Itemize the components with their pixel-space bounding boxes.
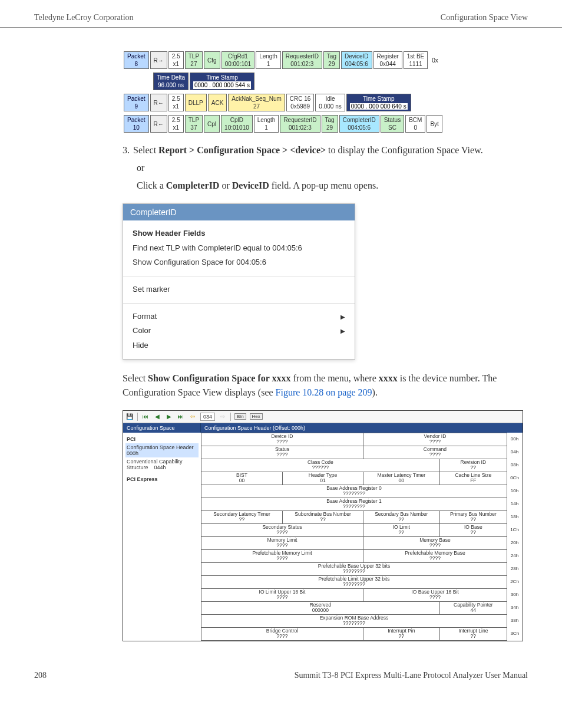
register-cell[interactable]: Header Type01 [283, 472, 363, 485]
offset-label: 04h [507, 446, 523, 459]
packet-row-9: Packet9 R← 2.5x1 DLLP ACK AckNak_Seq_Num… [123, 94, 412, 111]
register-cell[interactable]: Base Address Register 0???????? [201, 485, 507, 498]
sidebar-conventional-capability[interactable]: Conventional Capability Structure 044h [125, 457, 199, 472]
register-cell[interactable]: Prefetchable Limit Upper 32 bits???????? [201, 575, 507, 588]
step-number: 3. [123, 143, 133, 157]
cfg-main-header: Configuration Space Header (Offset: 000h… [201, 423, 523, 433]
register-cell[interactable]: Reserved000000 [201, 601, 440, 614]
popup-title: CompleterID [123, 204, 355, 220]
first-icon[interactable]: ⏮ [141, 413, 150, 421]
register-cell[interactable]: Secondary Latency Timer?? [201, 510, 283, 523]
cfg-toolbar: 💾 ⏮ ◀ ▶ ⏭ ⇦ 034 ⇨ Bin Hex [123, 411, 523, 423]
bin-button[interactable]: Bin [234, 413, 246, 420]
page-header: Teledyne LeCroy Corporation Configuratio… [0, 0, 562, 28]
address-field[interactable]: 034 [200, 413, 215, 421]
register-cell[interactable]: Master Latency Timer00 [363, 472, 439, 485]
register-cell[interactable]: IO Base?? [439, 523, 507, 536]
offset-label: 18h [507, 510, 523, 523]
sidebar-cfg-space-header[interactable]: Configuration Space Header 000h [125, 443, 199, 457]
register-cell[interactable]: Capability Pointer44 [439, 601, 507, 614]
sidebar-pci[interactable]: PCI [125, 435, 199, 443]
register-cell[interactable]: Interrupt Line?? [439, 627, 507, 640]
popup-find-next[interactable]: Find next TLP with CompleterID equal to … [133, 241, 345, 256]
next-icon[interactable]: ▶ [165, 413, 173, 421]
offset-label: 28h [507, 562, 523, 575]
goto-icon[interactable]: ⇦ [189, 413, 197, 421]
header-right: Configuration Space View [441, 13, 528, 22]
save-icon[interactable]: 💾 [125, 413, 134, 421]
page-number: 208 [34, 671, 47, 680]
offset-label: 34h [507, 601, 523, 614]
packet-row-10: Packet10 R← 2.5x1 TLP37 Cpl CplD10:01010… [123, 115, 444, 133]
register-cell[interactable]: BIST00 [201, 472, 283, 485]
popup-set-marker[interactable]: Set marker [133, 282, 345, 297]
cfg-register-grid: Device ID????Vendor ID????00hStatus????C… [201, 433, 523, 641]
cfg-side-header: Configuration Space [123, 423, 201, 433]
chevron-right-icon [340, 324, 345, 338]
packet-row-8-time: Time Delta96.000 ns Time Stamp0000 . 000… [152, 73, 256, 90]
forward-icon[interactable]: ⇨ [219, 413, 227, 421]
register-cell[interactable]: Secondary Status???? [201, 523, 363, 536]
popup-show-cfg-space[interactable]: Show Configuration Space for 004:05:6 [133, 255, 345, 270]
instruction-or: or [137, 161, 528, 175]
offset-label: 2Ch [507, 575, 523, 588]
offset-label: 38h [507, 614, 523, 627]
register-cell[interactable]: Prefetchable Base Upper 32 bits???????? [201, 562, 507, 575]
register-cell[interactable]: IO Limit?? [363, 523, 439, 536]
register-cell[interactable]: IO Limit Upper 16 Bit???? [201, 588, 363, 601]
popup-show-header-fields[interactable]: Show Header Fields [133, 226, 345, 241]
completer-id-popup: CompleterID Show Header Fields Find next… [123, 203, 355, 360]
offset-label: 00h [507, 433, 523, 446]
register-cell[interactable]: Revision ID?? [439, 459, 507, 472]
hex-button[interactable]: Hex [250, 413, 263, 420]
register-cell[interactable]: Secondary Bus Number?? [363, 510, 439, 523]
prev-icon[interactable]: ◀ [153, 413, 161, 421]
register-cell[interactable]: Class Code?????? [201, 459, 440, 472]
popup-hide[interactable]: Hide [133, 338, 345, 353]
packet-row-8: Packet8 R→ 2.5x1 TLP27 Cfg CfgRd100:00:1… [123, 51, 442, 69]
offset-label: 14h [507, 498, 523, 510]
sidebar-pci-express[interactable]: PCI Express [125, 475, 199, 483]
register-cell[interactable]: Primary Bus Number?? [439, 510, 507, 523]
register-cell[interactable]: Subordinate Bus Number?? [283, 510, 363, 523]
instruction-click: Click a CompleterID or DeviceID field. A… [137, 179, 528, 193]
register-cell[interactable]: Bridge Control???? [201, 627, 363, 640]
register-cell[interactable]: Status???? [201, 446, 363, 459]
figure-link[interactable]: Figure 10.28 on page 209 [276, 387, 372, 397]
offset-label: 30h [507, 588, 523, 601]
page-footer: 208 Summit T3-8 PCI Express Multi-Lane P… [0, 653, 562, 698]
config-space-view-figure: 💾 ⏮ ◀ ▶ ⏭ ⇦ 034 ⇨ Bin Hex Configuration … [123, 410, 523, 641]
register-cell[interactable]: Device ID???? [201, 433, 363, 446]
packet-trace-figure: Packet8 R→ 2.5x1 TLP27 Cfg CfgRd100:00:1… [123, 51, 528, 133]
popup-format[interactable]: Format [133, 309, 345, 324]
offset-label: 20h [507, 536, 523, 549]
footer-title: Summit T3-8 PCI Express Multi-Lane Proto… [295, 671, 528, 680]
register-cell[interactable]: Expansion ROM Base Address???????? [201, 614, 507, 627]
last-icon[interactable]: ⏭ [177, 413, 185, 421]
chevron-right-icon [340, 309, 345, 324]
instruction-step-3: 3. Select Report > Configuration Space >… [123, 143, 528, 193]
register-cell[interactable]: Base Address Register 1???????? [201, 498, 507, 510]
offset-label: 10h [507, 485, 523, 498]
header-left: Teledyne LeCroy Corporation [34, 13, 134, 22]
popup-color[interactable]: Color [133, 324, 345, 338]
register-cell[interactable]: Cache Line SizeFF [439, 472, 507, 485]
instruction-paragraph: Select Show Configuration Space for xxxx… [123, 371, 528, 400]
offset-label: 1Ch [507, 523, 523, 536]
offset-label: 24h [507, 549, 523, 562]
cfg-sidebar: PCI Configuration Space Header 000h Conv… [123, 433, 201, 641]
register-cell[interactable]: Memory Base???? [363, 536, 507, 549]
offset-label: 0Ch [507, 472, 523, 485]
register-cell[interactable]: Prefetchable Memory Base???? [363, 549, 507, 562]
register-cell[interactable]: IO Base Upper 16 Bit???? [363, 588, 507, 601]
offset-label: 08h [507, 459, 523, 472]
offset-label: 3Ch [507, 627, 523, 640]
register-cell[interactable]: Prefetchable Memory Limit???? [201, 549, 363, 562]
register-cell[interactable]: Command???? [363, 446, 507, 459]
register-cell[interactable]: Memory Limit???? [201, 536, 363, 549]
register-cell[interactable]: Vendor ID???? [363, 433, 507, 446]
register-cell[interactable]: Interrupt Pin?? [363, 627, 439, 640]
